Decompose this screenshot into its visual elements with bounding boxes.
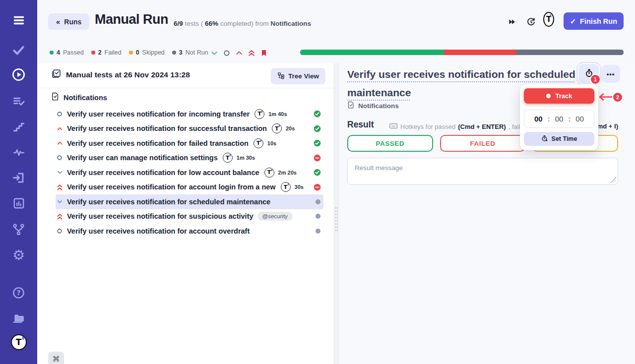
breadcrumb-file-icon [347,101,355,110]
test-duration: 1m 40s [268,111,287,117]
status-passed-icon [314,169,321,176]
test-row[interactable]: Verify user receives notification for su… [56,209,323,224]
test-owner-logo: T [254,109,264,119]
result-message-input[interactable] [347,158,618,185]
page-title: Manual Run [95,12,168,27]
test-owner-logo: T [281,182,291,192]
test-tag: @security [257,212,293,221]
projects-folder-icon[interactable] [0,311,37,325]
sidebar: ⚙ ? T [0,0,37,364]
status-notrun-icon [315,228,321,234]
test-row[interactable]: Verify user receives notification for ac… [56,224,323,239]
priority-high-icon [56,125,64,132]
test-duration: 30s [295,184,304,190]
test-duration: 20s [286,125,295,131]
priority-normal-icon [56,154,64,161]
annotation-step-2-badge: 2 [613,93,622,102]
hotkeys-hint-tail: md + I) [597,122,618,130]
test-owner-logo: T [254,138,263,148]
test-title: Verify user receives notification for ac… [67,227,250,235]
test-row[interactable]: Verify user receives notification for lo… [56,165,323,180]
stat-passed: 4Passed [50,49,84,56]
priority-highest-icon [56,183,64,191]
set-time-button[interactable]: Set Time [524,132,594,146]
filter-circle-icon[interactable] [223,49,231,57]
breadcrumb-label: Notifications [358,102,399,110]
test-duration: 2m 20s [278,170,297,176]
test-row[interactable]: Verify user receives notification for in… [56,107,323,121]
stopwatch-gear-icon [541,135,548,143]
app-logo[interactable]: T [0,334,37,350]
check-icon: ✓ [570,17,576,25]
annotation-step-1-badge: 1 [591,75,600,84]
suite-row[interactable]: Notifications [51,92,107,103]
test-row[interactable]: Verify user receives notification for sc… [56,194,323,209]
run-heading: Manual tests at 26 Nov 2024 13:28 [66,70,190,79]
filter-chevron-down-icon[interactable] [210,49,218,57]
pulse-activity-icon[interactable] [0,146,37,159]
test-duration: 10s [267,140,276,146]
brand-logo[interactable]: T [543,14,554,25]
run-progress-bar [300,50,624,55]
panel-resize-handle[interactable] [333,63,339,364]
import-icon[interactable] [0,171,37,184]
stat-skipped: 0Skipped [129,49,165,56]
finish-run-button[interactable]: ✓ Finish Run [564,12,624,30]
result-failed-button[interactable]: FAILED [440,135,526,152]
filter-chevron-up-icon[interactable] [235,49,243,57]
branch-icon[interactable] [0,223,37,236]
test-row[interactable]: Verify user receives notification for ac… [56,180,323,195]
timer-display[interactable]: 00 : 00 : 00 [524,110,594,128]
suite-name: Notifications [64,94,107,102]
stat-notrun: 3Not Run [172,49,208,56]
test-title: Verify user receives notification for ac… [67,183,276,191]
divider-line [37,88,333,88]
status-failed-icon [314,183,321,191]
test-title: Verify user receives notification for su… [67,124,267,132]
test-list: Verify user receives notification for in… [56,107,323,239]
tests-check-icon[interactable] [0,43,37,57]
track-button[interactable]: Track [524,88,594,104]
skipped-dot-icon [129,51,133,55]
filter-bookmark-icon[interactable] [260,49,268,57]
filter-chevrons-up-icon[interactable] [248,49,255,57]
test-row[interactable]: Verify user receives notification for fa… [56,136,323,151]
timer-history-icon[interactable] [525,16,536,27]
priority-high-icon [56,139,64,147]
test-title: Verify user receives notification for sc… [67,198,270,206]
svg-text:?: ? [16,289,20,297]
app-root: ⚙ ? T « Runs Manual Run 6/9 tests ( 66% … [0,0,635,364]
status-passed-icon [314,139,321,147]
annotation-arrow-icon [598,93,613,103]
test-owner-logo: T [264,168,274,178]
run-heading-row: Manual tests at 26 Nov 2024 13:28 [51,68,190,81]
priority-normal-icon [56,111,64,118]
more-options-button[interactable]: ••• [601,65,620,83]
test-title: Verify user receives notification for lo… [67,169,259,177]
keyboard-shortcuts-button[interactable]: ⌘ [48,352,64,364]
runs-play-icon[interactable] [0,67,37,82]
hamburger-menu-icon[interactable] [0,14,37,27]
settings-gear-icon[interactable]: ⚙ [0,247,37,263]
test-title: Verify user receives notification for fa… [67,139,249,147]
status-notrun-icon [315,213,321,219]
tree-view-button[interactable]: Tree View [271,68,325,84]
chevrons-left-icon: « [56,17,60,26]
failed-dot-icon [91,51,95,55]
priority-low-icon [56,169,64,176]
fast-forward-icon[interactable] [507,16,517,27]
progress-segment-passed [300,50,444,55]
hotkeys-hint: Hotkeys for passed (Cmd + ENTER) , faile… [389,121,527,132]
analytics-chart-icon[interactable] [0,197,37,210]
record-dot-icon [546,94,551,98]
milestones-steps-icon[interactable] [0,120,37,133]
test-plans-icon[interactable] [0,95,37,108]
help-icon[interactable]: ? [0,286,37,300]
passed-dot-icon [50,51,54,55]
test-row[interactable]: Verify user can manage notification sett… [56,151,323,166]
test-row[interactable]: Verify user receives notification for su… [56,121,323,136]
result-passed-button[interactable]: PASSED [347,135,433,152]
keyboard-icon [389,121,398,132]
back-to-runs-button[interactable]: « Runs [48,13,89,30]
breadcrumb[interactable]: Notifications [347,101,399,110]
